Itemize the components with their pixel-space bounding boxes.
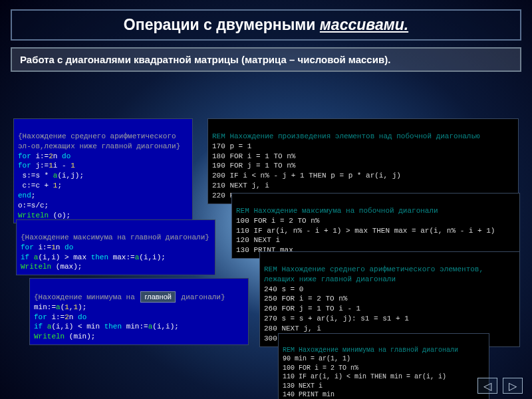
- title-emph: массивами.: [320, 16, 408, 33]
- nav-controls: ◁ ▷: [475, 378, 523, 394]
- prev-button[interactable]: ◁: [477, 378, 497, 394]
- code-basic-product-above-anti: REM Нахождение произведения элементов на…: [207, 118, 519, 204]
- code-pascal-min-main-diag: {Нахождение минимума на главной диагонал…: [29, 278, 249, 345]
- code-pascal-average-below-main: {Нахождение среднего арифметического эл-…: [13, 118, 193, 223]
- slide-subtitle: Работа с диагоналями квадратной матрицы …: [11, 47, 521, 72]
- slide-title: Операции с двумерными массивами.: [11, 9, 521, 41]
- title-text: Операции с двумерными: [124, 16, 320, 33]
- next-button[interactable]: ▷: [503, 378, 523, 394]
- code-basic-min-main-diag: REM Нахождение минимума на главной диаго…: [278, 333, 489, 399]
- code-pascal-max-main-diag: {Нахождение максимума на главной диагона…: [16, 219, 215, 275]
- code-basic-max-anti-diag: REM Нахождение максимума на побочной диа…: [231, 193, 520, 259]
- highlighted-word: главной: [140, 291, 176, 303]
